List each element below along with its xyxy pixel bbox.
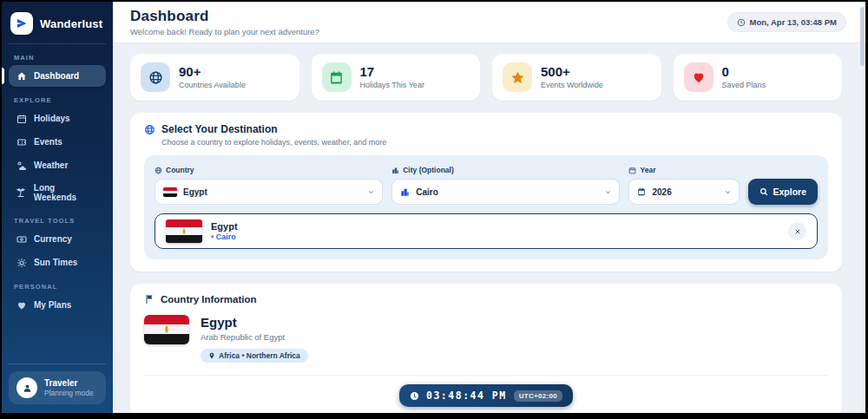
sidebar-item-label: My Plans bbox=[34, 300, 71, 310]
sidebar-item-label: Holidays bbox=[34, 114, 70, 123]
country-profile: Egypt Arab Republic of Egypt Africa • No… bbox=[144, 315, 828, 363]
stat-value: 0 bbox=[722, 65, 766, 80]
main-area: Dashboard Welcome back! Ready to plan yo… bbox=[113, 2, 865, 413]
cloud-sun-icon bbox=[16, 160, 27, 171]
sidebar-item-sun-times[interactable]: Sun Times bbox=[9, 252, 106, 273]
city-value: Cairo bbox=[416, 187, 438, 197]
country-official-name: Arab Republic of Egypt bbox=[201, 332, 308, 342]
year-label: Year bbox=[640, 166, 655, 174]
egypt-flag bbox=[166, 219, 202, 243]
destination-form: Country Egypt City (Optional) bbox=[155, 166, 818, 205]
star-icon bbox=[503, 62, 532, 92]
palm-tree-icon bbox=[16, 187, 27, 199]
sidebar-item-holidays[interactable]: Holidays bbox=[9, 108, 106, 129]
scrollbar-thumb[interactable] bbox=[860, 7, 865, 66]
stat-label: Events Worldwide bbox=[541, 81, 603, 89]
selected-country-name: Egypt bbox=[211, 221, 238, 232]
country-info-card: Country Information Egypt Arab Republic … bbox=[130, 284, 842, 413]
region-badge: Africa • Northern Africa bbox=[201, 349, 308, 363]
stat-label: Countries Available bbox=[179, 81, 246, 89]
stat-value: 17 bbox=[360, 65, 424, 80]
sidebar-item-label: Dashboard bbox=[34, 71, 79, 81]
calendar-icon bbox=[628, 167, 636, 174]
stats-row: 90+ Countries Available 17 Holidays This… bbox=[130, 54, 842, 101]
close-icon bbox=[794, 228, 801, 235]
city-label-row: City (Optional) bbox=[391, 166, 620, 174]
city-select[interactable]: Cairo bbox=[391, 179, 620, 205]
sidebar-item-my-plans[interactable]: My Plans bbox=[9, 294, 106, 316]
eagle-emblem-icon bbox=[163, 325, 171, 334]
chevron-down-icon bbox=[367, 188, 375, 196]
page-title: Dashboard bbox=[130, 8, 319, 25]
sidebar-item-label: Long Weekends bbox=[34, 183, 99, 202]
country-value: Egypt bbox=[183, 187, 207, 197]
sidebar-item-long-weekends[interactable]: Long Weekends bbox=[9, 178, 106, 207]
chevron-down-icon bbox=[604, 188, 612, 196]
user-card[interactable]: Traveler Planning mode bbox=[9, 371, 106, 404]
sidebar-item-weather[interactable]: Weather bbox=[9, 154, 106, 176]
country-info-title: Country Information bbox=[161, 294, 257, 304]
user-name: Traveler bbox=[44, 378, 94, 388]
home-icon bbox=[16, 70, 27, 82]
destination-card: Select Your Destination Choose a country… bbox=[130, 113, 842, 272]
explore-button[interactable]: Explore bbox=[748, 179, 818, 205]
sidebar-footer: Traveler Planning mode bbox=[9, 363, 106, 404]
calendar-check-icon bbox=[322, 62, 352, 92]
sidebar-item-label: Currency bbox=[34, 234, 72, 244]
divider bbox=[144, 375, 828, 376]
explore-label: Explore bbox=[773, 187, 806, 197]
buildings-icon bbox=[400, 187, 410, 197]
destination-panel: Country Egypt City (Optional) bbox=[144, 155, 828, 259]
utc-offset-badge: UTC+02:00 bbox=[514, 390, 562, 402]
destination-header: Select Your Destination bbox=[144, 123, 828, 135]
country-select[interactable]: Egypt bbox=[155, 179, 383, 205]
banknote-icon bbox=[16, 233, 27, 245]
destination-title: Select Your Destination bbox=[161, 123, 278, 135]
local-time-text: 03:48:44 PM bbox=[426, 390, 507, 402]
globe-icon bbox=[155, 167, 162, 174]
sidebar-item-currency[interactable]: Currency bbox=[9, 228, 106, 250]
heart-icon bbox=[16, 299, 27, 311]
clock-icon bbox=[410, 391, 419, 401]
datetime-badge: Mon, Apr 13, 03:48 PM bbox=[727, 12, 846, 32]
stat-value: 500+ bbox=[541, 65, 603, 80]
country-info-header: Country Information bbox=[144, 294, 828, 304]
page-header: Dashboard Welcome back! Ready to plan yo… bbox=[113, 2, 865, 43]
clear-selection-button[interactable] bbox=[788, 222, 806, 240]
country-label-row: Country bbox=[155, 166, 383, 174]
sidebar-item-label: Weather bbox=[34, 160, 68, 170]
year-select[interactable]: 2026 bbox=[628, 179, 740, 205]
map-pin-icon bbox=[208, 352, 215, 359]
globe-icon bbox=[144, 124, 155, 135]
local-time-pill: 03:48:44 PM UTC+02:00 bbox=[399, 384, 573, 407]
heart-icon bbox=[684, 62, 713, 92]
nav-section-personal: PERSONAL bbox=[14, 283, 101, 291]
region-text: Africa • Northern Africa bbox=[219, 351, 300, 360]
sidebar-item-events[interactable]: Events bbox=[9, 131, 106, 153]
local-time-row: 03:48:44 PM UTC+02:00 bbox=[144, 384, 828, 407]
sidebar-nav: MAIN Dashboard EXPLORE Holidays Events W… bbox=[9, 44, 106, 318]
clock-icon bbox=[737, 18, 746, 27]
nav-section-explore: EXPLORE bbox=[14, 96, 101, 104]
country-name: Egypt bbox=[201, 315, 308, 330]
egypt-flag-icon bbox=[163, 187, 177, 197]
plane-icon bbox=[10, 12, 33, 35]
chevron-down-icon bbox=[724, 188, 732, 196]
calendar-icon bbox=[637, 187, 646, 196]
flag-icon bbox=[144, 294, 155, 304]
calendar-icon bbox=[16, 113, 27, 124]
eagle-emblem-icon bbox=[181, 228, 187, 235]
egypt-flag-large bbox=[144, 315, 189, 344]
stat-card-events: 500+ Events Worldwide bbox=[492, 54, 661, 101]
content: 90+ Countries Available 17 Holidays This… bbox=[113, 43, 865, 413]
stat-card-countries: 90+ Countries Available bbox=[130, 54, 299, 101]
sidebar-item-label: Sun Times bbox=[34, 258, 77, 267]
app-window: Wanderlust MAIN Dashboard EXPLORE Holida… bbox=[2, 2, 865, 413]
year-value: 2026 bbox=[652, 187, 671, 197]
city-label: City (Optional) bbox=[403, 166, 454, 174]
sidebar-item-dashboard[interactable]: Dashboard bbox=[9, 65, 106, 87]
selected-city: • Cairo bbox=[211, 232, 238, 241]
user-icon bbox=[16, 377, 37, 398]
nav-section-travel-tools: TRAVEL TOOLS bbox=[14, 217, 101, 225]
ticket-icon bbox=[16, 136, 27, 147]
